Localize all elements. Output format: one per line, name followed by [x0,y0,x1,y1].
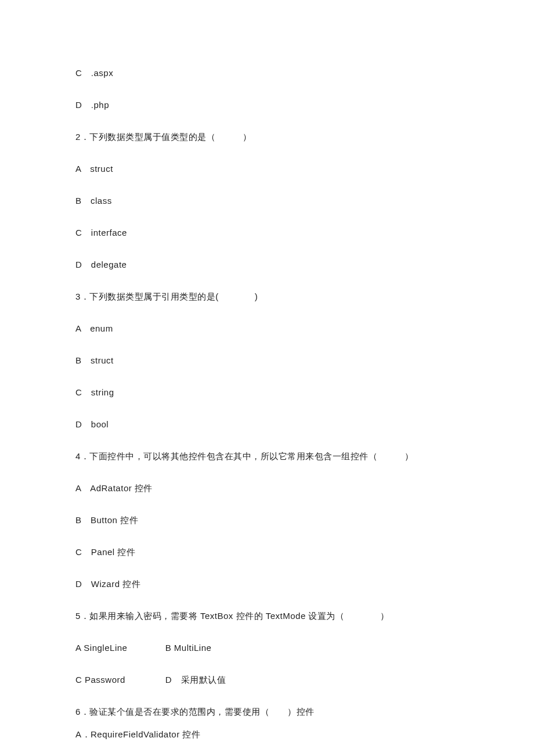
question-line: 3．下列数据类型属于引用类型的是( ) [75,290,459,303]
option-line: A enum [75,322,459,334]
option-line: D .php [75,99,459,111]
option-line: C string [75,386,459,398]
option-text: C Password [75,674,163,686]
option-line: A AdRatator 控件 [75,482,459,494]
option-text: B MultiLine [165,643,212,653]
question-line: 6．验证某个值是否在要求的范围内，需要使用（ ）控件 [75,705,459,718]
question-line: 4．下面控件中，可以将其他控件包含在其中，所以它常用来包含一组控件（ ） [75,450,459,462]
document-page: C .aspx D .php 2．下列数据类型属于值类型的是（ ） A stru… [0,0,534,756]
option-row: A SingleLine B MultiLine [75,642,459,654]
option-line: D bool [75,418,459,430]
option-line: C Panel 控件 [75,546,459,558]
option-line: D Wizard 控件 [75,578,459,590]
option-row: C Password D 采用默认值 [75,674,459,686]
option-text: A SingleLine [75,642,163,654]
option-text: D 采用默认值 [165,675,226,685]
option-line: B Button 控件 [75,514,459,526]
option-line: A．RequireFieldValidator 控件 [75,728,459,740]
option-line: B class [75,195,459,207]
question-line: 5．如果用来输入密码，需要将 TextBox 控件的 TextMode 设置为（… [75,610,459,622]
option-line: A struct [75,163,459,175]
question-line: 2．下列数据类型属于值类型的是（ ） [75,131,459,143]
option-line: C interface [75,226,459,239]
option-line: B struct [75,354,459,366]
option-line: C .aspx [75,67,459,79]
option-line: D delegate [75,258,459,271]
